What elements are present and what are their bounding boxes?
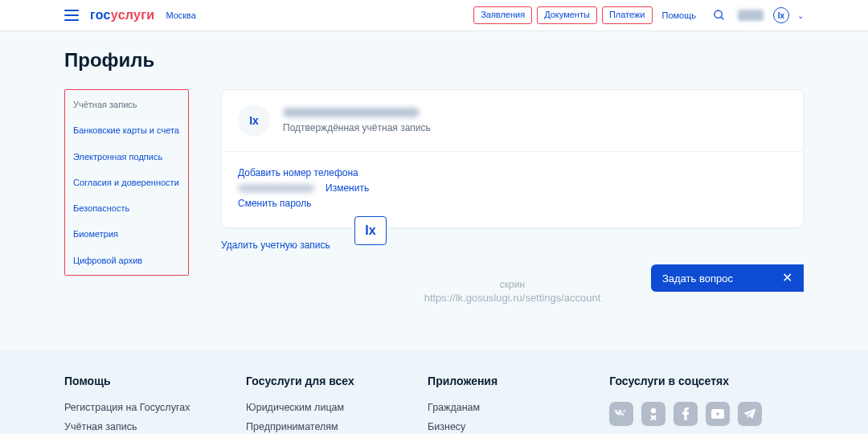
city-selector[interactable]: Москва (166, 10, 196, 20)
footer-col-help: Помощь Регистрация на Госуслугах Учётная… (64, 375, 214, 434)
page-body: Профиль Учётная запись Банковские карты … (64, 31, 804, 304)
top-header: госуслуги Москва Заявления Документы Пла… (0, 0, 868, 31)
page-title: Профиль (64, 49, 804, 72)
top-nav: Заявления Документы Платежи Помощь Ix ⌄ (473, 6, 804, 24)
footer-link[interactable]: Предпринимателям (246, 421, 395, 432)
svg-line-1 (721, 17, 723, 19)
close-icon[interactable]: ✕ (782, 272, 792, 285)
nav-help[interactable]: Помощь (657, 8, 702, 23)
sidebar-item-archive[interactable]: Цифровой архив (65, 248, 188, 273)
nav-applications[interactable]: Заявления (473, 6, 532, 23)
site-footer: Помощь Регистрация на Госуслугах Учётная… (0, 350, 868, 434)
footer-head: Помощь (64, 375, 214, 387)
change-email-link[interactable]: Изменить (326, 182, 369, 194)
sidebar-item-cards[interactable]: Банковские карты и счета (65, 117, 188, 143)
logo-text-blue: гос (90, 8, 111, 22)
ok-icon[interactable] (641, 402, 665, 426)
footer-link[interactable]: Регистрация на Госуслугах (64, 402, 214, 413)
account-card: Ix Подтверждённая учётная запись Добавит… (221, 89, 804, 228)
profile-sidebar: Учётная запись Банковские карты и счета … (64, 89, 189, 276)
chevron-down-icon[interactable]: ⌄ (797, 11, 804, 20)
nav-documents[interactable]: Документы (537, 6, 597, 23)
delete-account-link[interactable]: Удалить учетную запись (221, 240, 330, 251)
sidebar-item-biometry[interactable]: Биометрия (65, 221, 188, 247)
email-redacted (238, 184, 314, 193)
footer-link[interactable]: Учётная запись (64, 421, 214, 432)
menu-burger-icon[interactable] (64, 10, 79, 21)
sidebar-item-signature[interactable]: Электронная подпись (65, 144, 188, 170)
add-phone-link[interactable]: Добавить номер телефона (238, 167, 358, 178)
caption-url: https://lk.gosuslugi.ru/settings/account (221, 292, 804, 304)
footer-link[interactable]: Бизнесу (428, 421, 577, 432)
svg-point-0 (714, 10, 722, 18)
svg-point-2 (651, 408, 656, 413)
vk-icon[interactable] (609, 402, 633, 426)
youtube-icon[interactable] (706, 402, 730, 426)
facebook-icon[interactable] (674, 402, 698, 426)
user-name-redacted (738, 10, 764, 21)
change-password-link[interactable]: Сменить пароль (238, 198, 312, 209)
account-status: Подтверждённая учётная запись (283, 122, 431, 133)
footer-col-all: Госуслуги для всех Юридическим лицам Пре… (246, 375, 395, 434)
sidebar-item-account[interactable]: Учётная запись (65, 92, 188, 117)
floating-badge: Ix (354, 216, 387, 245)
footer-head: Приложения (428, 375, 577, 387)
nav-payments[interactable]: Платежи (602, 6, 653, 23)
footer-head: Госуслуги для всех (246, 375, 395, 387)
footer-link[interactable]: Гражданам (428, 402, 577, 413)
footer-head: Госуслуги в соцсетях (609, 375, 804, 387)
telegram-icon[interactable] (738, 402, 762, 426)
footer-col-apps: Приложения Гражданам Бизнесу Автовладель… (428, 375, 577, 434)
footer-col-social: Госуслуги в соцсетях (609, 375, 804, 434)
user-avatar-mini[interactable]: Ix (773, 7, 789, 23)
ask-question-button[interactable]: Задать вопрос ✕ (651, 264, 804, 292)
sidebar-item-consents[interactable]: Согласия и доверенности (65, 170, 188, 195)
search-icon[interactable] (710, 6, 728, 24)
ask-question-label: Задать вопрос (662, 272, 733, 285)
logo-text-red: услуги (111, 8, 155, 22)
sidebar-item-security[interactable]: Безопасность (65, 195, 188, 221)
footer-link[interactable]: Юридическим лицам (246, 402, 395, 413)
full-name-redacted (283, 108, 420, 117)
site-logo[interactable]: госуслуги (90, 8, 154, 23)
avatar-large: Ix (238, 104, 270, 137)
